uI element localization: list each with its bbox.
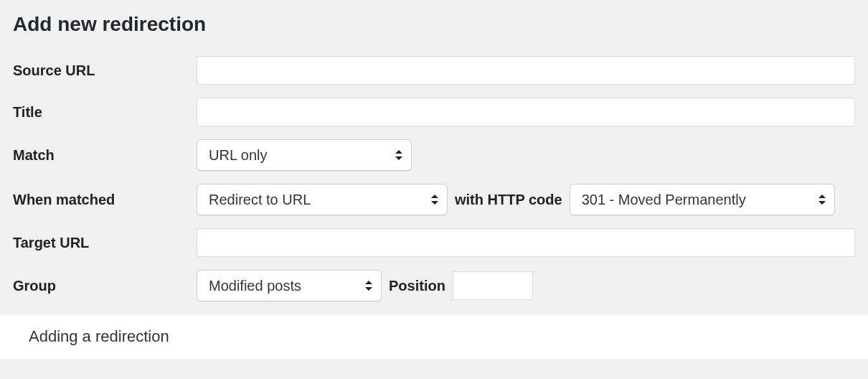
label-group: Group [13, 278, 197, 294]
add-redirection-form: Add new redirection Source URL Title Mat… [0, 0, 868, 314]
target-url-input[interactable] [197, 228, 855, 257]
label-source-url: Source URL [13, 62, 197, 79]
row-when-matched: When matched Redirect to URL with HTTP c… [13, 184, 855, 215]
label-target-url: Target URL [13, 235, 197, 251]
row-title: Title [13, 98, 855, 126]
position-input[interactable] [453, 271, 533, 300]
page-title: Add new redirection [13, 13, 855, 36]
group-select[interactable]: Modified posts [197, 270, 382, 301]
match-select[interactable]: URL only [197, 139, 412, 171]
label-when-matched: When matched [13, 192, 197, 208]
source-url-input[interactable] [197, 56, 855, 85]
when-matched-action-select[interactable]: Redirect to URL [197, 184, 448, 215]
row-match: Match URL only [13, 139, 855, 171]
position-label: Position [389, 278, 445, 294]
label-match: Match [13, 147, 197, 164]
title-input[interactable] [197, 98, 855, 126]
with-http-code-label: with HTTP code [455, 192, 562, 208]
label-title: Title [13, 104, 197, 121]
caption: Adding a redirection [0, 314, 868, 359]
row-group: Group Modified posts Position [13, 270, 855, 301]
http-code-select[interactable]: 301 - Moved Permanently [570, 184, 835, 215]
row-source-url: Source URL [13, 56, 855, 85]
row-target-url: Target URL [13, 228, 855, 257]
